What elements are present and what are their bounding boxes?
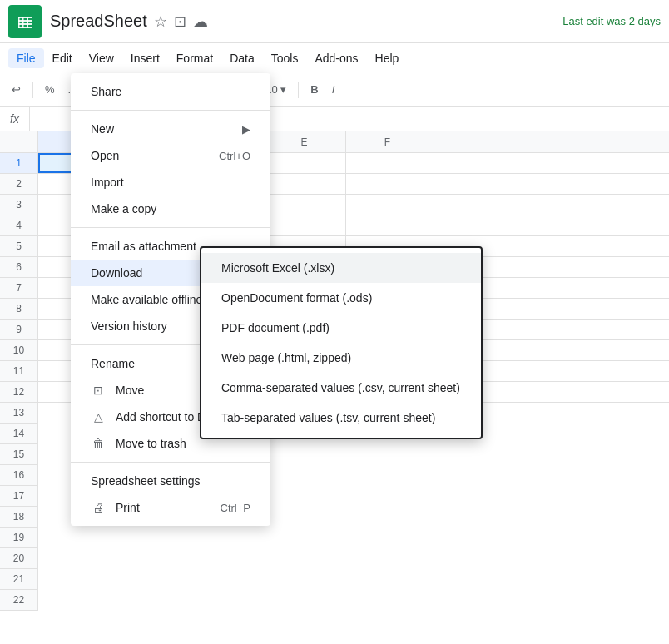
italic-button[interactable]: I xyxy=(327,80,340,99)
menu-print[interactable]: 🖨 Print Ctrl+P xyxy=(71,494,270,521)
print-shortcut: Ctrl+P xyxy=(221,502,250,514)
spreadsheet-title: SpreadSheet xyxy=(50,12,147,31)
menu-new[interactable]: New ▶ xyxy=(71,116,270,142)
row-num-19: 19 xyxy=(0,528,37,548)
cell-e3[interactable] xyxy=(263,195,346,215)
email-attachment-label: Email as attachment xyxy=(91,240,196,253)
menu-insert[interactable]: Insert xyxy=(122,48,168,68)
row-num-9: 9 xyxy=(0,320,37,340)
svg-rect-6 xyxy=(22,17,24,28)
row-num-6: 6 xyxy=(0,257,37,278)
cell-e4[interactable] xyxy=(263,215,346,235)
menu-edit[interactable]: Edit xyxy=(44,48,81,68)
cell-e1[interactable] xyxy=(263,153,346,173)
rename-label: Rename xyxy=(91,357,135,370)
svg-rect-4 xyxy=(18,27,32,28)
print-icon: 🖨 xyxy=(91,501,106,514)
svg-rect-1 xyxy=(18,17,32,18)
new-label: New xyxy=(91,122,114,136)
csv-label: Comma-separated values (.csv, current sh… xyxy=(221,381,460,394)
corner-cell xyxy=(0,131,38,152)
download-csv[interactable]: Comma-separated values (.csv, current sh… xyxy=(201,373,481,403)
download-html[interactable]: Web page (.html, zipped) xyxy=(201,343,481,373)
menu-share[interactable]: Share xyxy=(71,78,270,105)
share-label: Share xyxy=(91,85,121,98)
cell-f4[interactable] xyxy=(346,215,429,235)
download-ods[interactable]: OpenDocument format (.ods) xyxy=(201,283,481,313)
svg-rect-7 xyxy=(27,17,29,28)
row-num-20: 20 xyxy=(0,548,37,569)
row-numbers: 1 2 3 4 5 6 7 8 9 10 11 12 13 14 15 16 1… xyxy=(0,153,38,611)
cell-f2[interactable] xyxy=(346,174,429,194)
row-num-10: 10 xyxy=(0,340,37,361)
download-tsv[interactable]: Tab-separated values (.tsv, current shee… xyxy=(201,403,481,433)
row-num-14: 14 xyxy=(0,424,37,444)
open-label: Open xyxy=(91,149,119,162)
row-num-8: 8 xyxy=(0,299,37,320)
move-icon: ⊡ xyxy=(91,384,106,397)
xlsx-label: Microsoft Excel (.xlsx) xyxy=(221,261,334,275)
menu-view[interactable]: View xyxy=(81,48,122,68)
menu-tools[interactable]: Tools xyxy=(263,48,307,68)
row-num-3: 3 xyxy=(0,195,37,215)
row-num-1: 1 xyxy=(0,153,37,174)
cloud-icon[interactable]: ☁ xyxy=(193,12,208,31)
download-xlsx[interactable]: Microsoft Excel (.xlsx) xyxy=(201,253,481,283)
row-num-21: 21 xyxy=(0,569,37,590)
make-offline-label: Make available offline xyxy=(91,293,202,306)
fx-label: fx xyxy=(0,107,30,131)
menu-help[interactable]: Help xyxy=(367,48,408,68)
menu-addons[interactable]: Add-ons xyxy=(306,48,366,68)
ods-label: OpenDocument format (.ods) xyxy=(221,291,372,305)
row-num-16: 16 xyxy=(0,465,37,486)
row-num-18: 18 xyxy=(0,507,37,528)
menu-open[interactable]: Open Ctrl+O xyxy=(71,142,270,169)
menu-bar: File Edit View Insert Format Data Tools … xyxy=(0,43,669,73)
menu-data[interactable]: Data xyxy=(221,48,263,68)
row-num-17: 17 xyxy=(0,486,37,507)
row-num-15: 15 xyxy=(0,444,37,465)
menu-format[interactable]: Format xyxy=(168,48,221,68)
svg-rect-5 xyxy=(18,17,20,28)
bold-button[interactable]: B xyxy=(305,80,323,99)
row-num-12: 12 xyxy=(0,382,37,403)
svg-rect-2 xyxy=(18,20,32,22)
title-bar: SpreadSheet ☆ ⊡ ☁ Last edit was 2 days xyxy=(0,0,669,43)
menu-spreadsheet-settings[interactable]: Spreadsheet settings xyxy=(71,468,270,494)
menu-import[interactable]: Import xyxy=(71,169,270,196)
shortcut-icon: △ xyxy=(91,410,106,424)
cell-f1[interactable] xyxy=(346,153,429,173)
undo-button[interactable]: ↩ xyxy=(7,80,26,99)
trash-icon: 🗑 xyxy=(91,437,106,450)
menu-file[interactable]: File xyxy=(8,48,44,68)
percent-button[interactable]: % xyxy=(40,80,60,99)
new-arrow-icon: ▶ xyxy=(242,123,250,136)
toolbar-sep-4 xyxy=(298,82,299,98)
cell-f3[interactable] xyxy=(346,195,429,215)
pdf-label: PDF document (.pdf) xyxy=(221,321,330,334)
cell-e2[interactable] xyxy=(263,174,346,194)
col-header-e[interactable]: E xyxy=(263,131,346,152)
col-header-f[interactable]: F xyxy=(346,131,429,152)
toolbar-sep-1 xyxy=(32,82,33,98)
row-num-11: 11 xyxy=(0,361,37,382)
row-num-7: 7 xyxy=(0,278,37,299)
download-label: Download xyxy=(91,266,142,280)
folder-icon[interactable]: ⊡ xyxy=(174,12,186,31)
make-copy-label: Make a copy xyxy=(91,202,156,215)
menu-make-copy[interactable]: Make a copy xyxy=(71,196,270,222)
download-submenu: Microsoft Excel (.xlsx) OpenDocument for… xyxy=(200,246,483,439)
move-trash-label: Move to trash xyxy=(116,437,186,450)
row-num-4: 4 xyxy=(0,215,37,236)
sep-2 xyxy=(71,227,270,228)
open-shortcut: Ctrl+O xyxy=(219,150,250,162)
print-label: Print xyxy=(116,501,140,514)
settings-label: Spreadsheet settings xyxy=(91,474,201,488)
app-icon xyxy=(8,5,42,38)
star-icon[interactable]: ☆ xyxy=(154,12,167,31)
download-pdf[interactable]: PDF document (.pdf) xyxy=(201,313,481,343)
tsv-label: Tab-separated values (.tsv, current shee… xyxy=(221,411,435,424)
move-label: Move xyxy=(116,384,144,397)
sep-1 xyxy=(71,110,270,111)
sep-4 xyxy=(71,462,270,463)
